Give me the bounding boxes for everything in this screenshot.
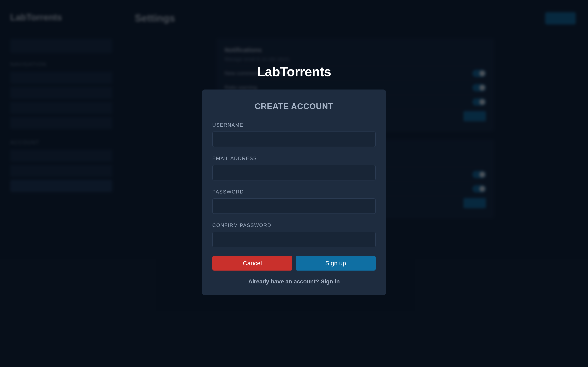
email-input[interactable] (212, 165, 376, 180)
create-account-modal: Create Account Username Email Address Pa… (202, 90, 386, 295)
modal-button-row: Cancel Sign up (212, 256, 376, 271)
signup-button[interactable]: Sign up (296, 256, 376, 271)
form-group-password: Password (212, 189, 376, 214)
form-group-confirm-password: Confirm Password (212, 222, 376, 247)
username-label: Username (212, 122, 376, 128)
form-group-username: Username (212, 122, 376, 147)
form-group-email: Email Address (212, 156, 376, 180)
modal-title: Create Account (212, 102, 376, 111)
modal-wrapper: LabTorrents Create Account Username Emai… (0, 0, 588, 363)
cancel-button[interactable]: Cancel (212, 256, 292, 271)
signin-link[interactable]: Already have an account? Sign in (212, 278, 376, 285)
confirm-password-input[interactable] (212, 232, 376, 247)
confirm-password-label: Confirm Password (212, 222, 376, 228)
password-input[interactable] (212, 198, 376, 214)
password-label: Password (212, 189, 376, 195)
email-label: Email Address (212, 156, 376, 161)
username-input[interactable] (212, 132, 376, 147)
modal-logo: LabTorrents (257, 64, 331, 79)
